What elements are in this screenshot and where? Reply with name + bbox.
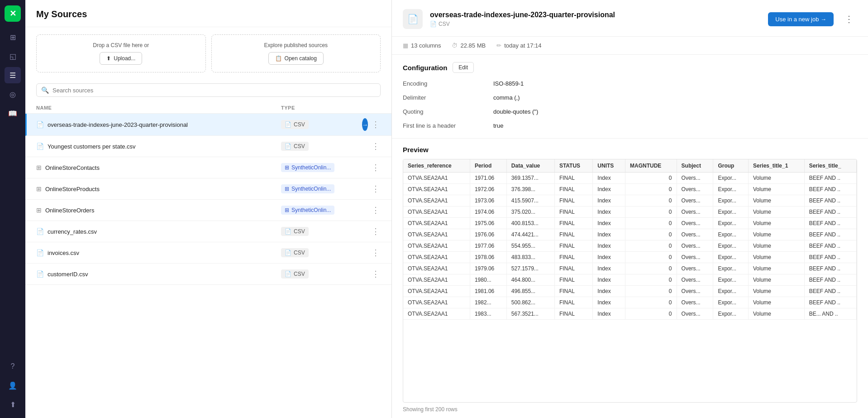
type-icon: ⊞ [285, 164, 289, 171]
edit-button[interactable]: Edit [453, 62, 474, 73]
preview-cell: Expor... [713, 252, 749, 263]
preview-column-header: Series_reference [403, 159, 470, 173]
preview-cell: 464.800... [506, 274, 554, 286]
source-name: 📄overseas-trade-indexes-june-2023-quarte… [36, 121, 281, 128]
sidebar-item-user[interactable]: 👤 [5, 377, 21, 394]
type-icon: ⊞ [285, 207, 289, 213]
preview-row: OTVA.SEA2AA11977.06554.955...FINALIndex0… [403, 240, 857, 252]
sources-table: 📄overseas-trade-indexes-june-2023-quarte… [25, 114, 391, 418]
type-icon: 📄 [285, 143, 291, 149]
search-input[interactable] [52, 87, 376, 94]
source-row[interactable]: ⊞OnlineStoreContacts⊞ SyntheticOnlin...⋮ [25, 157, 391, 178]
encoding-label: Encoding [403, 78, 493, 89]
preview-cell: OTVA.SEA2AA1 [403, 173, 470, 184]
source-row[interactable]: 📄currency_rates.csv📄 CSV⋮ [25, 221, 391, 242]
preview-cell: FINAL [554, 173, 592, 184]
preview-cell: Expor... [713, 218, 749, 229]
preview-cell: Expor... [713, 286, 749, 297]
preview-cell: 1976.06 [470, 229, 506, 240]
row-menu-button[interactable]: ⋮ [371, 183, 381, 195]
preview-cell: Expor... [713, 173, 749, 184]
preview-cell: Expor... [713, 184, 749, 195]
preview-cell: 1973.06 [470, 195, 506, 207]
upload-icon: ⬆ [106, 55, 111, 62]
source-type: 📄 CSV [281, 269, 362, 279]
preview-column-header: STATUS [554, 159, 592, 173]
row-menu-button[interactable]: ⋮ [371, 162, 381, 173]
preview-cell: Volume [748, 274, 804, 286]
row-menu-button[interactable]: ⋮ [371, 226, 381, 237]
preview-cell: Index [593, 195, 625, 207]
preview-cell: Overs... [677, 286, 713, 297]
preview-cell: FINAL [554, 207, 592, 218]
file-icon: 📄 [36, 249, 44, 256]
sidebar-item-target[interactable]: ◎ [5, 86, 21, 102]
preview-table-wrap[interactable]: Series_referencePeriodData_valueSTATUSUN… [403, 159, 857, 403]
row-menu-button[interactable]: ⋮ [371, 204, 381, 216]
source-row[interactable]: 📄customerID.csv📄 CSV⋮ [25, 264, 391, 285]
sidebar-item-layers[interactable]: ◱ [5, 48, 21, 64]
source-type: ⊞ SyntheticOnlin... [281, 184, 362, 193]
sidebar: ✕ ⊞ ◱ ☰ ◎ 📖 ? 👤 ⬆ [0, 0, 25, 418]
row-menu-button[interactable]: ⋮ [371, 247, 381, 259]
source-name: 📄currency_rates.csv [36, 228, 281, 235]
navigate-button[interactable]: → [362, 118, 368, 131]
preview-cell: 0 [625, 240, 677, 252]
more-options-button[interactable]: ⋮ [841, 12, 857, 26]
sidebar-item-export[interactable]: ⬆ [5, 396, 21, 413]
source-row[interactable]: 📄Youngest customers per state.csv📄 CSV⋮ [25, 136, 391, 157]
app-logo[interactable]: ✕ [5, 5, 21, 22]
preview-cell: 0 [625, 286, 677, 297]
preview-cell: Index [593, 207, 625, 218]
preview-cell: Volume [748, 297, 804, 308]
sidebar-item-book[interactable]: 📖 [5, 105, 21, 121]
preview-cell: Index [593, 184, 625, 195]
source-row[interactable]: ⊞OnlineStoreOrders⊞ SyntheticOnlin...⋮ [25, 200, 391, 221]
upload-box: Drop a CSV file here or ⬆ Upload... [36, 34, 206, 72]
showing-rows: Showing first 200 rows [403, 403, 857, 414]
preview-cell: Overs... [677, 173, 713, 184]
row-menu-button[interactable]: ⋮ [371, 268, 381, 280]
preview-cell: BEEF AND .. [804, 263, 856, 274]
config-header: Configuration Edit [403, 62, 857, 73]
type-icon: 📄 [285, 271, 291, 277]
preview-cell: Index [593, 308, 625, 320]
preview-row: OTVA.SEA2AA11973.06415.5907...FINALIndex… [403, 195, 857, 207]
preview-cell: FINAL [554, 252, 592, 263]
file-icon-big: 📄 [403, 9, 423, 29]
source-row[interactable]: 📄invoices.csv📄 CSV⋮ [25, 242, 391, 264]
upload-button[interactable]: ⬆ Upload... [100, 52, 142, 65]
config-title: Configuration [403, 64, 447, 72]
source-name: ⊞OnlineStoreOrders [36, 207, 281, 214]
type-icon: 📄 [285, 250, 291, 256]
source-row[interactable]: ⊞OnlineStoreProducts⊞ SyntheticOnlin...⋮ [25, 178, 391, 200]
preview-column-header: Group [713, 159, 749, 173]
open-catalog-button[interactable]: 📋 Open catalog [268, 52, 324, 65]
preview-cell: 500.862... [506, 297, 554, 308]
row-menu-button[interactable]: ⋮ [371, 119, 381, 130]
preview-cell: FINAL [554, 308, 592, 320]
source-row[interactable]: 📄overseas-trade-indexes-june-2023-quarte… [25, 114, 391, 136]
sidebar-item-list[interactable]: ☰ [5, 67, 21, 83]
use-in-job-button[interactable]: Use in a new job → [768, 12, 834, 26]
header-actions [362, 105, 381, 111]
search-area: 🔍 [25, 80, 391, 102]
preview-cell: 1975.06 [470, 218, 506, 229]
detail-title-area: overseas-trade-indexes-june-2023-quarter… [430, 11, 761, 27]
preview-cell: 0 [625, 218, 677, 229]
preview-cell: Index [593, 286, 625, 297]
page-header: My Sources [25, 0, 391, 27]
preview-cell: 554.955... [506, 240, 554, 252]
csv-icon: 📄 [430, 21, 437, 27]
sidebar-item-grid[interactable]: ⊞ [5, 29, 21, 45]
meta-columns: ▦ 13 columns [403, 42, 441, 49]
preview-cell: OTVA.SEA2AA1 [403, 195, 470, 207]
row-menu-button[interactable]: ⋮ [371, 140, 381, 152]
type-badge: 📄 CSV [281, 120, 309, 129]
sidebar-item-help[interactable]: ? [5, 358, 21, 375]
preview-cell: Expor... [713, 240, 749, 252]
preview-cell: 0 [625, 274, 677, 286]
type-badge: ⊞ SyntheticOnlin... [281, 206, 334, 215]
main-area: My Sources Drop a CSV file here or ⬆ Upl… [25, 0, 868, 418]
row-actions: ⋮ [362, 183, 381, 195]
